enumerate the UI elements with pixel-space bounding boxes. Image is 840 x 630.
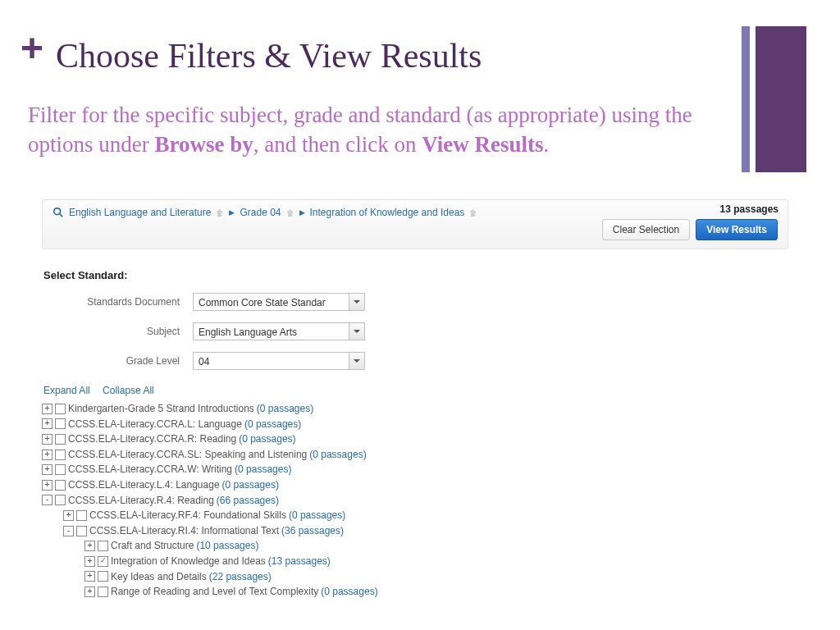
- tree-node-label[interactable]: CCSS.ELA-Literacy.L.4: Language: [68, 477, 220, 493]
- tree-node-label[interactable]: Craft and Structure: [111, 538, 194, 554]
- passage-count-number: 13: [720, 203, 731, 215]
- svg-point-0: [54, 208, 61, 215]
- tree-node-label[interactable]: Kindergarten-Grade 5 Strand Introduction…: [68, 401, 254, 417]
- tree-node: -CCSS.ELA-Literacy.R.4: Reading (66 pass…: [42, 493, 788, 509]
- tree-node-label[interactable]: CCSS.ELA-Literacy.CCRA.R: Reading: [68, 431, 236, 447]
- tree-node: +✓Integration of Knowledge and Ideas (13…: [84, 554, 788, 569]
- checkbox[interactable]: [98, 541, 108, 551]
- tree-node-count: (66 passages): [217, 493, 279, 509]
- breadcrumb-sep-icon: ▶: [229, 208, 235, 217]
- tree-node: +Craft and Structure (10 passages): [84, 538, 788, 554]
- checkbox[interactable]: [76, 526, 87, 536]
- tree-node-label[interactable]: Range of Reading and Level of Text Compl…: [111, 584, 318, 600]
- expand-icon[interactable]: +: [42, 480, 52, 491]
- expand-icon[interactable]: +: [42, 450, 52, 460]
- filter-toolbar: English Language and Literature 🗑 ▶ Grad…: [42, 199, 788, 249]
- tree-controls: Expand All Collapse All: [43, 385, 788, 396]
- clear-selection-button[interactable]: Clear Selection: [602, 219, 690, 240]
- passage-count: 13 passages: [720, 203, 778, 215]
- tree-node: +CCSS.ELA-Literacy.CCRA.R: Reading (0 pa…: [42, 431, 788, 447]
- expand-icon[interactable]: +: [84, 587, 95, 597]
- checkbox-checked[interactable]: ✓: [98, 556, 108, 567]
- checkbox[interactable]: [55, 464, 66, 475]
- tree-node: +CCSS.ELA-Literacy.CCRA.L: Language (0 p…: [42, 417, 788, 432]
- tree-node: +CCSS.ELA-Literacy.RF.4: Foundational Sk…: [63, 508, 788, 523]
- tree-node-label[interactable]: CCSS.ELA-Literacy.CCRA.L: Language: [68, 417, 242, 432]
- breadcrumb-delete-icon[interactable]: 🗑: [469, 208, 477, 217]
- tree-node-label[interactable]: CCSS.ELA-Literacy.RI.4: Informational Te…: [89, 523, 279, 539]
- grade-level-label: Grade Level: [42, 355, 193, 367]
- tree-node-label[interactable]: Integration of Knowledge and Ideas: [111, 554, 266, 569]
- expand-all-link[interactable]: Expand All: [43, 385, 90, 396]
- slide: + Choose Filters & View Results Filter f…: [0, 0, 840, 630]
- checkbox[interactable]: [55, 450, 66, 460]
- breadcrumb-subject[interactable]: English Language and Literature: [69, 207, 211, 218]
- tree-node-count: (0 passages): [257, 401, 313, 417]
- tree-node-count: (10 passages): [196, 538, 258, 554]
- expand-icon[interactable]: +: [84, 571, 95, 582]
- accent-bar-thick: [756, 26, 806, 172]
- tree-node: +Range of Reading and Level of Text Comp…: [84, 584, 788, 600]
- tree-node-count: (0 passages): [289, 508, 345, 523]
- select-value: English Language Arts: [199, 326, 297, 338]
- subtitle-bold-browseby: Browse by: [155, 132, 253, 157]
- expand-icon[interactable]: +: [42, 434, 52, 445]
- breadcrumb-delete-icon[interactable]: 🗑: [216, 208, 224, 217]
- view-results-button[interactable]: View Results: [696, 219, 778, 240]
- checkbox[interactable]: [98, 571, 108, 582]
- svg-line-1: [60, 214, 63, 217]
- tree-node-count: (0 passages): [239, 431, 295, 447]
- tree-node: -CCSS.ELA-Literacy.RI.4: Informational T…: [63, 523, 788, 539]
- breadcrumb-grade[interactable]: Grade 04: [240, 207, 281, 218]
- tree-node: +CCSS.ELA-Literacy.L.4: Language (0 pass…: [42, 477, 788, 493]
- collapse-icon[interactable]: -: [63, 526, 74, 536]
- collapse-all-link[interactable]: Collapse All: [103, 385, 154, 396]
- expand-icon[interactable]: +: [84, 541, 95, 551]
- tree-node-count: (0 passages): [244, 417, 301, 432]
- tree-node-label[interactable]: CCSS.ELA-Literacy.RF.4: Foundational Ski…: [89, 508, 286, 523]
- breadcrumb-delete-icon[interactable]: 🗑: [286, 208, 294, 217]
- filter-panel: English Language and Literature 🗑 ▶ Grad…: [42, 199, 788, 600]
- checkbox[interactable]: [55, 495, 66, 505]
- tree-node: +CCSS.ELA-Literacy.CCRA.W: Writing (0 pa…: [42, 462, 788, 477]
- passage-count-label: passages: [731, 203, 778, 215]
- tree-node: +CCSS.ELA-Literacy.CCRA.SL: Speaking and…: [42, 447, 788, 463]
- grade-level-select[interactable]: 04: [193, 352, 365, 370]
- select-value: 04: [199, 356, 209, 368]
- tree-node-label[interactable]: CCSS.ELA-Literacy.R.4: Reading: [68, 493, 214, 509]
- expand-icon[interactable]: +: [63, 510, 74, 521]
- dropdown-arrow-icon: [349, 323, 364, 340]
- tree-node-count: (0 passages): [222, 477, 279, 493]
- checkbox[interactable]: [55, 434, 66, 445]
- accent-bar-thin: [742, 26, 750, 172]
- select-value: Common Core State Standar: [199, 297, 326, 308]
- subtitle-bold-viewresults: View Results: [422, 132, 543, 157]
- page-subtitle: Filter for the specific subject, grade a…: [28, 100, 717, 160]
- tree-node-count: (36 passages): [281, 523, 344, 539]
- tree-node-count: (0 passages): [309, 447, 366, 463]
- collapse-icon[interactable]: -: [42, 495, 52, 505]
- standards-document-label: Standards Document: [42, 296, 193, 308]
- breadcrumb-standard[interactable]: Integration of Knowledge and Ideas: [310, 207, 465, 218]
- standards-document-select[interactable]: Common Core State Standar: [193, 293, 365, 311]
- tree-node-label[interactable]: Key Ideas and Details: [111, 569, 207, 585]
- tree-node: +Kindergarten-Grade 5 Strand Introductio…: [42, 401, 788, 417]
- tree-node-label[interactable]: CCSS.ELA-Literacy.CCRA.SL: Speaking and …: [68, 447, 307, 463]
- expand-icon[interactable]: +: [42, 418, 52, 429]
- tree-node: +Key Ideas and Details (22 passages): [84, 569, 788, 585]
- expand-icon[interactable]: +: [84, 556, 95, 567]
- select-standard-heading: Select Standard:: [43, 269, 788, 281]
- tree-node-count: (0 passages): [321, 584, 377, 600]
- expand-icon[interactable]: +: [42, 464, 52, 475]
- checkbox[interactable]: [55, 418, 66, 429]
- dropdown-arrow-icon: [349, 353, 364, 369]
- checkbox[interactable]: [55, 404, 66, 414]
- expand-icon[interactable]: +: [42, 404, 52, 414]
- subtitle-text: , and then click on: [253, 132, 422, 157]
- checkbox[interactable]: [76, 510, 87, 521]
- tree-node-label[interactable]: CCSS.ELA-Literacy.CCRA.W: Writing: [68, 462, 232, 477]
- checkbox[interactable]: [55, 480, 66, 491]
- checkbox[interactable]: [98, 587, 108, 597]
- subject-select[interactable]: English Language Arts: [193, 322, 365, 340]
- subtitle-text: .: [543, 132, 549, 157]
